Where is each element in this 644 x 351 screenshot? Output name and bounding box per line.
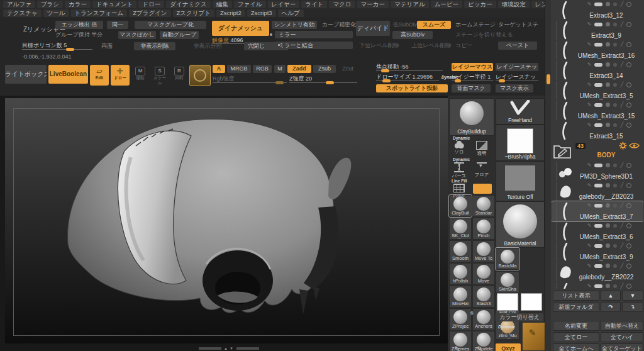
brush-tile[interactable]: Move [472,263,495,285]
split-up-icon[interactable]: ▲ [224,347,228,350]
lazy-snap-slider[interactable]: レイジースナッ [496,73,538,81]
color-switch-button[interactable]: カラー切り替え [496,313,543,321]
shader-dot2-icon[interactable] [613,164,617,167]
shader-dot2-icon[interactable] [613,284,617,288]
polypaint-icon[interactable]: ╱ [620,82,623,87]
folder-gear-icon[interactable] [619,142,627,150]
menu-item[interactable]: マクロ [329,1,355,8]
lasso-icon[interactable] [626,203,631,208]
menu-item[interactable]: 編集 [213,1,232,8]
pencil-icon[interactable]: ✎ [454,345,460,351]
current-brush-preview[interactable] [189,65,211,86]
draw-button[interactable]: ✛ ドロー [111,65,130,86]
subtool-item[interactable]: ✎ ╱ [552,60,643,81]
brush-tile[interactable]: ZProjec [449,308,472,330]
polypaint-icon[interactable]: ╱ [620,2,623,7]
split-hidden-button[interactable]: 非表示分割 [187,42,228,50]
lasso-icon[interactable] [626,123,631,128]
paint-icon[interactable]: ✎ [587,103,592,108]
menu-item[interactable]: ツール [43,9,69,17]
lasso-icon[interactable] [626,62,631,67]
polypaint-icon[interactable]: ╱ [620,243,623,248]
visibility-eye-icon[interactable] [594,23,602,26]
shader-dot-icon[interactable] [606,62,610,67]
menu-item[interactable]: ドキュメント [92,1,136,8]
shader-dot-icon[interactable] [606,203,610,208]
lasso-icon[interactable] [626,103,631,108]
livebooleans-button[interactable]: LiveBoolean [48,65,88,84]
paint-icon[interactable]: ✎ [587,163,592,168]
subtool-item[interactable]: ✎ ╱ [552,0,643,20]
brush-tile[interactable]: Smooth [449,240,472,262]
paint-icon[interactable]: ✎ [587,203,592,208]
subtool-item[interactable]: ✎ ╱ [552,20,643,40]
shader-dot-icon[interactable] [606,223,610,228]
shader-dot-icon[interactable] [606,42,610,47]
lasso-icon[interactable] [626,42,631,47]
spotlight-projection-button[interactable]: スポットライト投影 [376,84,448,92]
qxyz-button[interactable]: Qxyz [496,343,521,351]
mask-view-button[interactable]: マスク表示 [496,84,533,92]
edit-button[interactable]: ▱ Edit [90,65,109,86]
list-view-button[interactable]: リスト表示 [553,291,599,301]
material-tile-small[interactable]: SkinSha [496,271,519,293]
lasso-icon[interactable] [626,22,631,27]
subtool-item-icons[interactable]: ✎ ╱ [577,1,642,7]
subtool-item-icons[interactable]: ✎ ╱ [577,162,642,168]
brush-tile[interactable]: MiroHai [449,286,472,308]
visibility-eye-icon[interactable] [594,224,602,228]
low-subdiv-button[interactable]: 低SubDiv [392,21,418,29]
subtool-item-icons[interactable]: ✎ ╱ [577,62,642,67]
copy-button[interactable]: コピー [455,42,492,50]
target-stage-button[interactable]: ターゲットステ [498,21,538,29]
shader-dot2-icon[interactable] [613,23,617,26]
shader-dot2-icon[interactable] [613,224,617,228]
brush-tile[interactable]: ZModele [472,331,495,351]
menu-item[interactable]: トランスフォーム [71,9,128,17]
same-button[interactable]: 同一 [107,21,128,29]
group-keep-button[interactable]: グループ保持 半分 [55,31,116,39]
move-into-button[interactable]: ↴ [622,302,643,312]
polypaint-icon[interactable]: ╱ [620,183,623,188]
material-tile[interactable]: BasicMaterial [496,201,545,248]
brush-tile[interactable]: hPolish [449,263,472,285]
polypaint-icon[interactable]: ╱ [620,223,623,228]
shader-dot2-icon[interactable] [613,63,617,67]
subtool-item-icons[interactable]: ✎ ╱ [577,283,642,289]
curve-refine-button[interactable]: カーブ精密化 [321,21,357,29]
lazy-mouse-button[interactable]: レイジーマウス [452,63,493,71]
polypaint-icon[interactable]: ╱ [620,284,623,289]
brush-tile[interactable]: Standar [472,195,495,217]
anchor-a-button[interactable]: A [213,65,225,73]
tray-divider-handle[interactable] [547,74,550,84]
visibility-eye-icon[interactable] [594,123,602,127]
polypaint-icon[interactable]: ╱ [620,203,623,208]
paint-icon[interactable]: ✎ [587,2,592,7]
menu-item[interactable]: ムービー [431,1,462,8]
rename-button[interactable]: 名前変更 [553,321,599,331]
lasso-icon[interactable] [626,223,631,228]
paint-icon[interactable]: ✎ [587,62,592,67]
lasso-icon[interactable] [626,243,631,248]
dynamesh-button[interactable]: ダイナメッシュ [212,21,269,36]
shader-dot-icon[interactable] [606,123,610,127]
menu-item[interactable]: カラー [65,1,91,8]
menu-item[interactable]: マテリアル [391,1,429,8]
subtool-item-icons[interactable]: ✎ ╱ [577,182,642,188]
alpha-tile[interactable]: ~BrushAlpha [496,125,545,161]
lasso-icon[interactable] [626,183,631,188]
subtool-item-icons[interactable]: ✎ ╱ [577,122,642,128]
menu-item[interactable]: 環境設定 [498,1,530,8]
shader-dot-icon[interactable] [606,243,610,248]
menu-item[interactable]: ライト [301,1,327,8]
transparent-button[interactable]: 透明 [472,141,492,157]
all-home-button[interactable]: 全てホームへ [553,343,599,351]
visibility-eye-icon[interactable] [594,164,602,167]
brush-tile[interactable]: Pinch [472,218,495,240]
subtool-item[interactable]: ✎ ╱ [552,81,643,101]
subtool-item-icons[interactable]: ✎ ╱ [577,42,642,47]
brush-tile[interactable]: Slash3 [472,286,495,308]
shader-dot2-icon[interactable] [613,43,617,47]
mirror-button[interactable]: ミラー [275,31,353,38]
color-swatch-alt[interactable] [521,293,542,311]
